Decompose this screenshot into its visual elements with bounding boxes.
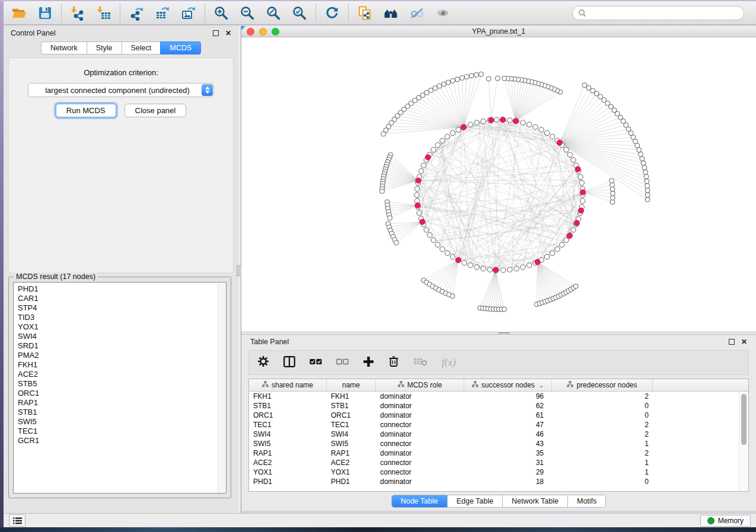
select-all-icon[interactable] — [310, 357, 322, 368]
export-image-icon[interactable] — [180, 5, 197, 21]
table-row[interactable]: SWI4SWI4dominator462 — [249, 430, 748, 439]
cell-mcds_role[interactable]: dominator — [376, 392, 464, 400]
table-row[interactable]: TEC1TEC1connector472 — [249, 420, 748, 430]
mcds-node-item[interactable]: SRD1 — [18, 341, 226, 351]
cell-predecessor_nodes[interactable]: 1 — [552, 440, 653, 448]
cell-predecessor_nodes[interactable]: 2 — [552, 421, 653, 429]
cell-shared_name[interactable]: TEC1 — [249, 421, 327, 429]
network-title-bar[interactable]: YPA_prune.txt_1 — [241, 26, 756, 37]
cell-predecessor_nodes[interactable]: 2 — [552, 392, 653, 400]
cell-shared_name[interactable]: ACE2 — [249, 459, 327, 467]
cell-shared_name[interactable]: FKH1 — [249, 392, 327, 400]
cell-shared_name[interactable]: SWI4 — [249, 430, 327, 438]
split-columns-icon[interactable] — [283, 356, 295, 370]
cell-name[interactable]: STB1 — [327, 402, 376, 410]
zoom-selected-icon[interactable] — [291, 5, 308, 21]
cell-shared_name[interactable]: ORC1 — [249, 411, 327, 419]
mcds-node-item[interactable]: TEC1 — [18, 427, 226, 436]
close-panel-icon[interactable]: ✕ — [741, 338, 747, 345]
table-row[interactable]: FKH1FKH1dominator962 — [249, 392, 748, 401]
table-row[interactable]: RAP1RAP1dominator352 — [249, 448, 748, 458]
mcds-node-item[interactable]: STB5 — [18, 379, 226, 389]
column-header-successor-nodes[interactable]: successor nodes⌄ — [464, 379, 552, 391]
delete-column-icon[interactable] — [388, 355, 399, 370]
cell-successor_nodes[interactable]: 61 — [464, 411, 552, 419]
column-header-MCDS-role[interactable]: MCDS role — [376, 379, 464, 391]
cell-name[interactable]: SWI5 — [327, 440, 376, 448]
cell-successor_nodes[interactable]: 96 — [464, 392, 552, 400]
table-row[interactable]: PHD1PHD1dominator180 — [249, 477, 748, 486]
cell-successor_nodes[interactable]: 31 — [464, 459, 552, 467]
add-column-icon[interactable] — [363, 356, 374, 370]
import-network-icon[interactable] — [69, 5, 86, 21]
cell-mcds_role[interactable]: connector — [376, 459, 464, 467]
table-row[interactable]: SWI5SWI5connector431 — [249, 439, 748, 448]
close-panel-icon[interactable]: ✕ — [225, 30, 231, 37]
show-elements-icon[interactable] — [435, 5, 451, 21]
cell-predecessor_nodes[interactable]: 0 — [552, 411, 653, 419]
cell-successor_nodes[interactable]: 47 — [464, 421, 552, 429]
cell-shared_name[interactable]: SWI5 — [249, 440, 327, 448]
mcds-node-item[interactable]: STB1 — [18, 408, 226, 417]
cell-name[interactable]: PHD1 — [327, 477, 376, 486]
tab-style[interactable]: Style — [87, 41, 122, 55]
cell-predecessor_nodes[interactable]: 1 — [552, 468, 653, 476]
cell-successor_nodes[interactable]: 46 — [464, 430, 552, 438]
close-panel-button[interactable]: Close panel — [125, 104, 187, 117]
search-box[interactable] — [572, 6, 744, 20]
list-scrollbar[interactable] — [218, 283, 225, 492]
duplicate-network-icon[interactable] — [356, 5, 373, 21]
cell-successor_nodes[interactable]: 35 — [464, 449, 552, 457]
cell-shared_name[interactable]: RAP1 — [249, 449, 327, 457]
table-row[interactable]: YOX1YOX1connector291 — [249, 467, 748, 477]
table-row[interactable]: ACE2ACE2connector311 — [249, 458, 748, 467]
export-network-icon[interactable] — [128, 5, 145, 21]
cell-predecessor_nodes[interactable]: 2 — [552, 449, 653, 457]
cell-successor_nodes[interactable]: 62 — [464, 402, 552, 410]
search-input[interactable] — [590, 8, 738, 18]
cell-shared_name[interactable]: STB1 — [249, 402, 327, 410]
cell-successor_nodes[interactable]: 43 — [464, 440, 552, 448]
refresh-icon[interactable] — [324, 5, 340, 21]
cell-predecessor_nodes[interactable]: 0 — [552, 477, 653, 486]
cell-name[interactable]: ORC1 — [327, 411, 376, 419]
network-canvas[interactable] — [241, 37, 756, 332]
run-mcds-button[interactable]: Run MCDS — [56, 104, 116, 117]
zoom-out-icon[interactable] — [239, 5, 256, 21]
mcds-node-item[interactable]: STP4 — [18, 303, 226, 313]
cell-mcds_role[interactable]: connector — [376, 468, 464, 476]
mcds-node-item[interactable]: FKH1 — [18, 360, 226, 370]
close-window-icon[interactable] — [247, 28, 254, 36]
cell-predecessor_nodes[interactable]: 0 — [552, 402, 653, 410]
cell-predecessor_nodes[interactable]: 1 — [552, 459, 653, 467]
scrollbar-thumb[interactable] — [741, 394, 747, 445]
cell-shared_name[interactable]: YOX1 — [249, 468, 327, 476]
cell-mcds_role[interactable]: dominator — [376, 449, 464, 457]
cell-name[interactable]: TEC1 — [327, 421, 376, 429]
mcds-node-item[interactable]: ORC1 — [18, 389, 226, 398]
zoom-in-icon[interactable] — [213, 5, 229, 21]
hide-elements-icon[interactable] — [409, 5, 425, 21]
tab-motifs[interactable]: Motifs — [568, 495, 605, 507]
cell-successor_nodes[interactable]: 29 — [464, 468, 552, 476]
cell-name[interactable]: YOX1 — [327, 468, 376, 476]
open-session-icon[interactable] — [11, 5, 27, 21]
unselect-all-icon[interactable] — [336, 357, 349, 368]
task-history-button[interactable] — [9, 514, 25, 527]
mcds-node-item[interactable]: YOX1 — [18, 322, 226, 332]
mcds-node-item[interactable]: PHD1 — [18, 284, 226, 294]
cell-name[interactable]: ACE2 — [327, 459, 376, 467]
mcds-node-item[interactable]: TID3 — [18, 313, 226, 322]
memory-button[interactable]: Memory — [700, 515, 751, 527]
mcds-node-item[interactable]: RAP1 — [18, 398, 226, 408]
mcds-node-item[interactable]: ACE2 — [18, 370, 226, 379]
mcds-node-item[interactable]: SWI5 — [18, 417, 226, 427]
maximize-window-icon[interactable] — [272, 28, 279, 36]
tab-edge-table[interactable]: Edge Table — [448, 495, 503, 507]
float-panel-icon[interactable] — [729, 339, 735, 345]
cell-mcds_role[interactable]: dominator — [376, 411, 464, 419]
tab-network-table[interactable]: Network Table — [503, 495, 568, 507]
cell-successor_nodes[interactable]: 18 — [464, 477, 552, 486]
cell-name[interactable]: RAP1 — [327, 449, 376, 457]
mcds-node-item[interactable]: SWI4 — [18, 332, 226, 341]
